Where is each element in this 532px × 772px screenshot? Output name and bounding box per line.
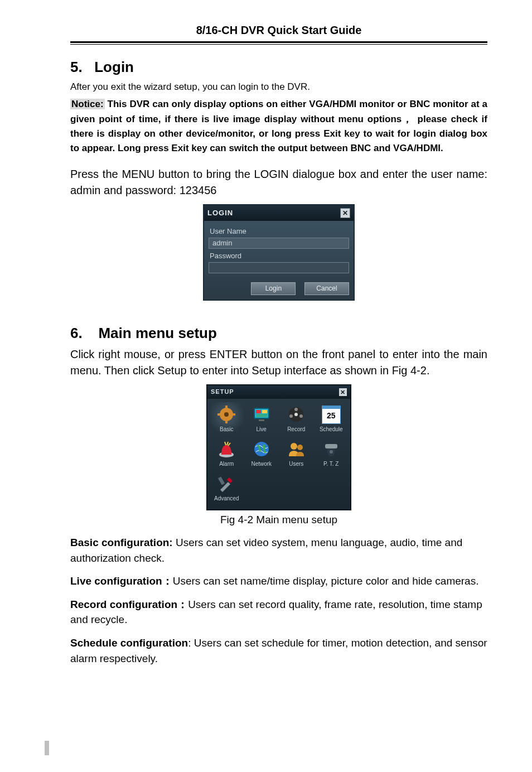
svg-rect-4 [217, 413, 221, 416]
setup-item-users-label: Users [279, 460, 313, 468]
section-5-press-text: Press the MENU button to bring the LOGIN… [70, 166, 487, 199]
svg-rect-10 [259, 419, 264, 421]
config-record-lead: Record configuration： [70, 599, 188, 610]
svg-rect-5 [232, 413, 235, 416]
config-live-lead: Live configuration： [70, 575, 173, 587]
setup-item-basic[interactable]: Basic [210, 402, 244, 436]
gear-icon [216, 404, 236, 424]
figure-caption: Fig 4-2 Main menu setup [70, 513, 487, 528]
setup-item-schedule-label: Schedule [315, 426, 349, 433]
svg-rect-20 [325, 444, 337, 448]
notice-text: This DVR can only display options on eit… [70, 99, 487, 153]
setup-item-live-label: Live [245, 426, 279, 433]
login-close-button[interactable]: ✕ [340, 208, 350, 218]
notice-label: Notice: [70, 99, 105, 109]
login-button[interactable]: Login [251, 282, 296, 295]
ptz-camera-icon [321, 439, 341, 459]
setup-item-alarm-label: Alarm [210, 460, 244, 468]
section-5-notice: Notice: This DVR can only display option… [70, 97, 487, 156]
section-6-intro: Click right mouse, or press ENTER button… [70, 346, 487, 379]
setup-panel: SETUP ✕ Basic Live Record 25 Schedul [206, 384, 351, 510]
config-basic-lead: Basic configuration: [70, 537, 173, 548]
setup-item-ptz[interactable]: P. T. Z [315, 437, 349, 470]
config-record: Record configuration：Users can set recor… [70, 597, 487, 628]
header-rule-thin [70, 44, 487, 45]
login-body: User Name Password [204, 221, 354, 279]
login-titlebar: LOGIN ✕ [204, 205, 354, 221]
svg-point-12 [294, 408, 298, 411]
login-button-row: Login Cancel [204, 279, 354, 300]
setup-titlebar: SETUP ✕ [207, 385, 350, 398]
setup-item-advanced[interactable]: Advanced [210, 471, 244, 505]
svg-point-17 [254, 442, 269, 456]
login-password-input[interactable] [209, 262, 349, 273]
section-5-number: 5. [70, 57, 90, 77]
section-5-heading: 5. Login [70, 57, 487, 77]
section-6-heading: 6. Main menu setup [70, 323, 487, 343]
setup-panel-title: SETUP [211, 388, 234, 396]
monitor-icon [252, 404, 272, 424]
svg-point-18 [291, 443, 297, 450]
alarm-icon [216, 439, 236, 459]
config-live-text: Users can set name/time display, picture… [173, 575, 479, 587]
setup-close-button[interactable]: ✕ [339, 388, 347, 396]
calendar-day-number: 25 [322, 406, 341, 424]
svg-rect-7 [256, 410, 261, 413]
login-dialog: LOGIN ✕ User Name Password Login Cancel [203, 204, 355, 301]
section-5-title: Login [94, 59, 134, 75]
setup-item-advanced-label: Advanced [210, 495, 244, 503]
svg-point-14 [299, 414, 303, 418]
setup-item-live[interactable]: Live [245, 402, 279, 436]
setup-item-network[interactable]: Network [245, 437, 279, 470]
config-live: Live configuration：Users can set name/ti… [70, 573, 487, 589]
login-dialog-title: LOGIN [207, 208, 233, 218]
globe-icon [252, 439, 272, 459]
svg-point-13 [289, 414, 293, 418]
reel-icon [286, 404, 306, 424]
setup-item-record[interactable]: Record [279, 402, 313, 436]
section-6-number: 6. [70, 323, 90, 343]
config-basic: Basic configuration: Users can set video… [70, 535, 487, 566]
config-schedule-colon: : [188, 637, 194, 649]
config-schedule-lead: Schedule configuration [70, 637, 188, 649]
section-5-intro: After you exit the wizard setup, you can… [70, 80, 487, 94]
users-icon [286, 439, 306, 459]
login-password-label: Password [210, 251, 349, 261]
setup-item-ptz-label: P. T. Z [315, 460, 349, 468]
calendar-icon: 25 [321, 404, 341, 424]
setup-item-schedule[interactable]: 25 Schedule [315, 402, 349, 436]
header-rule-thick [70, 41, 487, 43]
section-6-title: Main menu setup [98, 325, 216, 341]
svg-point-21 [330, 450, 333, 453]
setup-item-alarm[interactable]: Alarm [210, 437, 244, 470]
setup-item-users[interactable]: Users [279, 437, 313, 470]
svg-rect-2 [225, 406, 228, 409]
tools-icon [216, 474, 236, 494]
svg-rect-22 [218, 476, 225, 485]
setup-item-network-label: Network [245, 460, 279, 468]
svg-point-19 [297, 445, 303, 450]
page-header-title: 8/16-CH DVR Quick Start Guide [70, 22, 487, 38]
setup-item-record-label: Record [279, 426, 313, 433]
svg-rect-8 [262, 410, 267, 413]
login-username-input[interactable] [209, 238, 349, 249]
svg-point-15 [294, 413, 298, 416]
cancel-button[interactable]: Cancel [304, 282, 349, 295]
setup-item-basic-label: Basic [210, 426, 244, 433]
svg-point-1 [224, 412, 229, 417]
svg-rect-9 [256, 414, 267, 417]
config-schedule: Schedule configuration: Users can set sc… [70, 635, 487, 666]
login-username-label: User Name [210, 226, 349, 237]
svg-rect-3 [225, 420, 228, 423]
setup-grid: Basic Live Record 25 Schedule Alarm [207, 399, 350, 509]
